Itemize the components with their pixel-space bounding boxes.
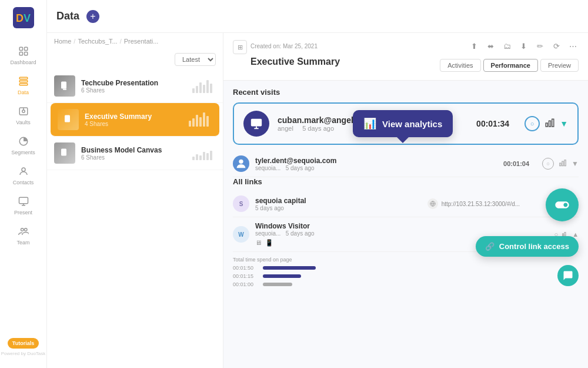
mobile-icon: 📱 bbox=[265, 239, 273, 247]
file-item-active[interactable]: Executive Summary 4 Shares bbox=[51, 103, 219, 137]
time-chart-label: Total time spend on page bbox=[233, 257, 579, 263]
visit-icons-small: ○ ▼ bbox=[542, 158, 579, 170]
file-meta: 6 Shares bbox=[81, 87, 186, 94]
download-icon[interactable]: ⬇ bbox=[517, 40, 529, 52]
tutorials-button[interactable]: Tutorials bbox=[8, 338, 39, 349]
monitor-icon: 🖥 bbox=[255, 239, 262, 247]
file-item[interactable]: Business Model Canvas 6 Shares bbox=[47, 137, 223, 170]
svg-rect-30 bbox=[549, 121, 551, 127]
sidebar-label-present: Present bbox=[14, 210, 32, 216]
breadcrumb-home[interactable]: Home bbox=[54, 38, 71, 45]
refresh-icon[interactable]: ⟳ bbox=[550, 40, 562, 52]
link-url: http://103.21.53.12:3000/#/d... bbox=[442, 201, 520, 207]
sidebar-label-dashboard: Dashboard bbox=[10, 59, 36, 65]
link-avatar-2: W bbox=[233, 226, 249, 243]
dashboard-icon bbox=[17, 45, 30, 58]
sidebar-item-contacts[interactable]: Contacts bbox=[0, 160, 46, 190]
powered-by-text: Powered by DuoTask bbox=[1, 351, 46, 356]
visit-circle-btn[interactable]: ○ bbox=[524, 116, 540, 131]
file-item[interactable]: Techcube Presentation 6 Shares bbox=[47, 69, 223, 103]
rp-actions: ⬆ ⬌ 🗂 ⬇ ✏ ⟳ ⋯ bbox=[468, 40, 579, 52]
time-bar-label-2: 00:01:15 bbox=[233, 273, 259, 279]
visit-row-secondary: tyler.dent@sequoia.com sequoia... 5 days… bbox=[233, 151, 579, 177]
chat-button[interactable] bbox=[557, 265, 579, 286]
edit-icon[interactable]: ✏ bbox=[534, 40, 546, 52]
svg-rect-35 bbox=[564, 160, 566, 165]
page-title: Data bbox=[56, 10, 79, 22]
time-bar-1 bbox=[263, 266, 316, 270]
file-meta: 6 Shares bbox=[81, 154, 186, 161]
sidebar-item-segments[interactable]: Segments bbox=[0, 130, 46, 160]
control-link-tooltip[interactable]: 🔗 Control link access bbox=[476, 236, 579, 257]
data-icon bbox=[17, 75, 30, 88]
svg-rect-31 bbox=[552, 119, 554, 127]
breadcrumb-folder[interactable]: Techcubs_T... bbox=[78, 38, 117, 45]
link-avatar: S bbox=[233, 195, 249, 212]
svg-rect-15 bbox=[19, 197, 28, 204]
sidebar-item-data[interactable]: Data bbox=[0, 70, 46, 100]
file-chart bbox=[189, 112, 212, 127]
segments-icon bbox=[17, 135, 30, 148]
more-icon[interactable]: ⋯ bbox=[567, 40, 579, 52]
visit-expand-btn[interactable]: ▼ bbox=[560, 119, 568, 128]
time-bar-label-3: 00:01:00 bbox=[233, 281, 259, 287]
device-icons: 🖥 📱 bbox=[255, 239, 399, 247]
sidebar-label-segments: Segments bbox=[11, 150, 35, 155]
link-info-2: Windows Visitor sequoia... 5 days ago 🖥 … bbox=[255, 222, 399, 247]
link-row: S sequoia capital 5 days ago http://103.… bbox=[233, 191, 579, 217]
svg-rect-20 bbox=[61, 82, 66, 89]
svg-rect-5 bbox=[19, 52, 22, 55]
main-content: Data + Home / Techcubs_T... / Presentati… bbox=[47, 0, 588, 368]
tab-performance[interactable]: Performance bbox=[483, 59, 538, 72]
link-name: sequoia capital bbox=[255, 197, 397, 205]
visit-chart-btn[interactable] bbox=[544, 118, 555, 130]
visit-email-small: tyler.dent@sequoia.com bbox=[255, 157, 497, 165]
folder-icon[interactable]: 🗂 bbox=[501, 40, 513, 52]
sidebar-item-team[interactable]: Team bbox=[0, 220, 46, 250]
add-button[interactable]: + bbox=[86, 10, 99, 23]
visit-sub-small: sequoia... 5 days ago bbox=[255, 165, 497, 171]
visit-info-small: tyler.dent@sequoia.com sequoia... 5 days… bbox=[255, 157, 497, 171]
time-bar-row-2: 00:01:15 bbox=[233, 273, 579, 279]
list-header: Latest Oldest Name bbox=[47, 49, 223, 69]
link-date: 5 days ago bbox=[255, 205, 397, 211]
sort-select[interactable]: Latest Oldest Name bbox=[175, 53, 216, 66]
share-icon[interactable]: ⬆ bbox=[468, 40, 480, 52]
team-icon bbox=[17, 225, 30, 238]
file-list: Techcube Presentation 6 Shares bbox=[47, 69, 223, 368]
analytics-tooltip[interactable]: 📊 View analytics bbox=[353, 110, 453, 137]
vaults-icon bbox=[17, 105, 30, 118]
file-thumbnail bbox=[58, 109, 79, 130]
link-date-2: sequoia... 5 days ago bbox=[255, 230, 399, 237]
visit-avatar bbox=[243, 111, 269, 137]
expand-icon[interactable]: ⊞ bbox=[233, 40, 247, 54]
visit-chart-small[interactable] bbox=[559, 159, 567, 169]
time-bar-row-3: 00:01:00 bbox=[233, 281, 579, 287]
breadcrumb-current[interactable]: Presentati... bbox=[124, 38, 159, 45]
sidebar-label-contacts: Contacts bbox=[13, 180, 34, 185]
svg-rect-7 bbox=[19, 77, 28, 79]
contacts-icon bbox=[17, 165, 30, 178]
visit-duration: 00:01:34 bbox=[476, 119, 509, 128]
sidebar-bottom: Tutorials Powered by DuoTask bbox=[1, 338, 46, 361]
content-area: 📊 View analytics Recent visits cuban.mar… bbox=[223, 81, 588, 292]
app-logo: D V bbox=[13, 7, 34, 31]
rp-title-row: Executive Summary Activities Performance… bbox=[250, 57, 579, 80]
file-meta: 4 Shares bbox=[85, 121, 183, 127]
analytics-icon: 📊 bbox=[363, 117, 376, 130]
svg-rect-26 bbox=[251, 119, 262, 127]
link-info: sequoia capital 5 days ago bbox=[255, 197, 397, 211]
toggle-button[interactable] bbox=[546, 188, 579, 221]
visit-expand-small[interactable]: ▼ bbox=[572, 160, 579, 168]
svg-point-32 bbox=[239, 160, 243, 164]
present-icon bbox=[17, 195, 30, 208]
sidebar-item-dashboard[interactable]: Dashboard bbox=[0, 40, 46, 70]
sidebar-item-vaults[interactable]: Vaults bbox=[0, 100, 46, 130]
tab-activities[interactable]: Activities bbox=[440, 59, 480, 72]
time-bar-label-1: 00:01:50 bbox=[233, 265, 259, 271]
visit-duration-small: 00:01:04 bbox=[503, 160, 529, 167]
visit-circle-small[interactable]: ○ bbox=[542, 158, 554, 170]
sidebar-item-present[interactable]: Present bbox=[0, 190, 46, 220]
share2-icon[interactable]: ⬌ bbox=[485, 40, 496, 52]
tab-preview[interactable]: Preview bbox=[540, 59, 579, 72]
